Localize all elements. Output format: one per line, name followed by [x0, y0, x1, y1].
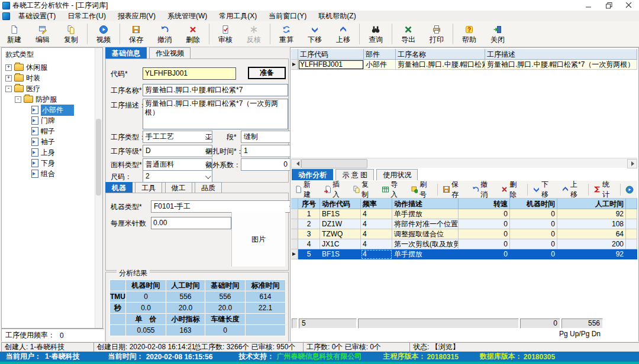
process-type-select[interactable]: 手工工艺 [143, 131, 212, 143]
delete-button[interactable]: 删除 [179, 21, 207, 47]
export-button[interactable]: 导出 [394, 21, 422, 47]
current-time-value: 2020-02-08 16:15:56 [146, 353, 213, 361]
tab-machine[interactable]: 机器 [105, 182, 133, 193]
page-navigation-hint: Pg Up/Pg Dn [559, 330, 601, 338]
tab-quality[interactable]: 品质 [195, 182, 222, 193]
action-copy-button[interactable]: 复制 [349, 183, 378, 197]
process-type-label: 工序类型： [111, 132, 146, 142]
tree-node-lower-body[interactable]: 下身 [2, 158, 102, 168]
excel-export-icon [404, 24, 413, 34]
action-renumber-button[interactable]: 刷号 [407, 183, 436, 197]
ready-button[interactable]: 准备 [248, 67, 286, 79]
tree-node-medical[interactable]: - 医疗 [2, 83, 102, 94]
menu-common-tools[interactable]: 常用工具(X) [213, 11, 263, 21]
row-marker-header [291, 49, 298, 60]
edit-button[interactable]: 编辑 [28, 21, 57, 47]
process-grid-row[interactable]: YLFHFBJ001 小部件 剪量袖口.脚口.中腰.帽口松紧*7 剪量袖口.脚口… [291, 60, 637, 70]
extra-factor-label: 额外系数： [205, 160, 241, 170]
action-row-5-selected[interactable]: 5 BF1S 4 单手摆放 0 0 92 [291, 249, 637, 259]
action-row-2[interactable]: 2 DZ1W 4 将部件对准一个位置 0 0 108 [291, 219, 637, 229]
help-button[interactable]: ? 帮助 [455, 21, 483, 47]
scrollbar-thumb[interactable] [301, 159, 367, 168]
extra-factor-select[interactable]: 0 [241, 158, 298, 171]
tree-node-combination[interactable]: 组合 [2, 168, 102, 179]
tab-work-video[interactable]: 作业视频 [149, 47, 191, 58]
close-window-button[interactable]: 关闭 [483, 21, 512, 47]
collapse-minus-icon[interactable]: - [15, 96, 21, 103]
action-undo-button[interactable]: 撤消 [468, 183, 497, 197]
work-section-select[interactable]: 缝制 [241, 131, 298, 143]
tree-node-sleeve[interactable]: 袖子 [2, 136, 102, 147]
tree-node-casual-wear[interactable]: + 休闲服 [2, 62, 102, 73]
expand-plus-icon[interactable]: + [5, 64, 12, 71]
video-button[interactable]: 视频 [89, 21, 118, 47]
save-button[interactable]: 保存 [122, 21, 150, 47]
minimize-button[interactable] [579, 0, 599, 11]
process-desc-textarea[interactable]: 剪量袖口.脚口.中腰.帽口松紧*7（一次剪两根） [143, 99, 288, 129]
expand-plus-icon[interactable]: + [5, 75, 12, 82]
menu-reports[interactable]: 报表应用(V) [112, 11, 162, 21]
tab-action-analysis[interactable]: 动作分析 [292, 169, 333, 180]
process-grade-select[interactable]: D [143, 145, 212, 157]
picture-box[interactable]: 图片 [231, 212, 285, 266]
process-name-input[interactable]: 剪量袖口.脚口.中腰.帽口松紧*7 [143, 84, 288, 96]
action-new-button[interactable]: 新建 [291, 183, 320, 197]
size-select[interactable]: 2 [143, 170, 212, 183]
action-move-up-button[interactable]: 上移 [558, 183, 587, 197]
action-row-4[interactable]: 4 JX1C 4 第一次剪线(取及放剪刀) 0 0 200 [291, 239, 637, 249]
fabric-type-select[interactable]: 普通面料 [143, 158, 212, 171]
new-document-icon [9, 24, 19, 34]
tab-workmanship[interactable]: 做工 [165, 182, 192, 193]
action-import-button[interactable]: 导入 [378, 183, 407, 197]
scroll-left-arrow[interactable] [291, 159, 301, 168]
tab-usage-status[interactable]: 使用状况 [376, 169, 418, 180]
menu-online-help[interactable]: 联机帮助(Z) [312, 11, 362, 21]
menu-basic-settings[interactable]: 基础设置(T) [12, 11, 62, 21]
action-row-3[interactable]: 3 TZWQ 4 调整握取缝合位 0 0 64 [291, 229, 637, 239]
code-input[interactable]: YLFHFBJ001 [143, 67, 236, 80]
restore-button[interactable] [599, 0, 619, 11]
tab-basic-info[interactable]: 基础信息 [105, 47, 147, 58]
tree-node-upper-body[interactable]: 上身 [2, 147, 102, 158]
basic-info-group: 代码* YLFHFBJ001 准备 工序名称* 剪量袖口.脚口.中腰.帽口松紧*… [105, 58, 289, 183]
action-row-1[interactable]: 1 BF1S 4 单手摆放 0 0 92 [291, 209, 637, 219]
action-insert-button[interactable]: 插入 [320, 183, 349, 197]
action-play-button[interactable] [622, 183, 637, 197]
tree-vertical-scrollbar[interactable] [95, 48, 102, 328]
scrollbar-thumb[interactable] [96, 119, 101, 196]
tree-node-door-plate[interactable]: 门牌 [2, 115, 102, 126]
tab-schematic[interactable]: 示 意 图 [335, 169, 374, 180]
folder-icon [14, 74, 24, 82]
folder-icon [14, 64, 24, 71]
move-up-button[interactable]: 上移 [329, 21, 357, 47]
tree-node-small-parts[interactable]: 小部件 [2, 105, 102, 115]
scroll-right-arrow[interactable] [627, 159, 637, 168]
close-button[interactable] [619, 0, 639, 11]
process-grid-hscrollbar[interactable] [291, 158, 637, 168]
unaudit-button[interactable]: 反核 [240, 21, 268, 47]
tab-tools[interactable]: 工具 [135, 182, 162, 193]
action-delete-button[interactable]: 删除 [497, 183, 526, 197]
process-name-label: 工序名称* [111, 86, 142, 96]
audit-button[interactable]: 审核 [211, 21, 240, 47]
machine-type-select[interactable]: F0101-手工 [151, 200, 296, 213]
action-statistics-button[interactable]: 统计 [590, 183, 619, 197]
bundle-time-select[interactable]: 1 [241, 145, 298, 157]
action-move-down-button[interactable]: 下移 [529, 183, 558, 197]
recalculate-button[interactable]: 重算 [272, 21, 301, 47]
print-button[interactable]: 打印 [422, 21, 451, 47]
action-save-button[interactable]: 保存 [439, 183, 468, 197]
move-down-button[interactable]: 下移 [301, 21, 329, 47]
undo-button[interactable]: 撤消 [150, 21, 179, 47]
query-button[interactable]: 查询 [362, 21, 390, 47]
new-button[interactable]: 新建 [0, 21, 28, 47]
copy-button[interactable]: 复制 [57, 21, 85, 47]
tree-node-protective-suit[interactable]: - 防护服 [2, 94, 102, 105]
menu-system-admin[interactable]: 系统管理(W) [162, 11, 213, 21]
tree-node-hat[interactable]: 帽子 [2, 126, 102, 136]
menu-current-window[interactable]: 当前窗口(Y) [263, 11, 312, 21]
tree-node-fashion[interactable]: + 时装 [2, 73, 102, 83]
menu-daily-work[interactable]: 日常工作(U) [62, 11, 112, 21]
collapse-minus-icon[interactable]: - [5, 86, 12, 92]
stitch-density-input[interactable]: 0.00 [151, 217, 231, 229]
